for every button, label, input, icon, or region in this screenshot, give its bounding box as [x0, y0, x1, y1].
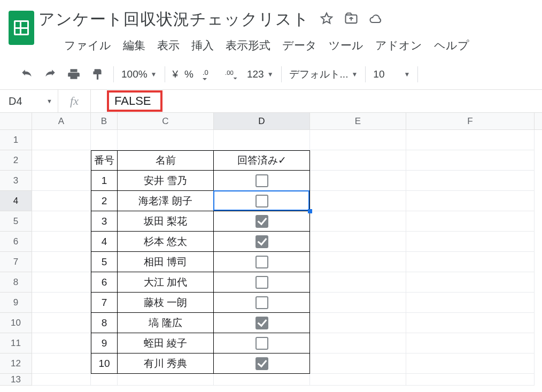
row-header-12[interactable]: 12 [0, 353, 32, 374]
cell-C11[interactable]: 蛭田 綾子 [118, 333, 214, 353]
cell-A8[interactable] [32, 272, 91, 293]
col-header-F[interactable]: F [406, 113, 535, 129]
cell-A1[interactable] [32, 130, 91, 150]
col-header-D[interactable]: D [214, 113, 310, 129]
cell-C7[interactable]: 相田 博司 [118, 252, 214, 272]
cell-A12[interactable] [32, 353, 91, 374]
cell-C10[interactable]: 塙 隆広 [118, 313, 214, 333]
col-header-E[interactable]: E [310, 113, 406, 129]
increase-decimals-button[interactable]: .00 [223, 66, 241, 83]
cell-A13[interactable] [32, 374, 91, 386]
cell-C8[interactable]: 大江 加代 [118, 272, 214, 293]
cell-A10[interactable] [32, 313, 91, 333]
print-button[interactable] [65, 66, 82, 83]
fill-handle[interactable] [308, 209, 312, 213]
cell-E1[interactable] [310, 130, 406, 150]
cell-B11[interactable]: 9 [91, 333, 118, 353]
cell-F7[interactable] [406, 252, 535, 272]
cell-B2[interactable]: 番号 [91, 150, 118, 171]
decrease-decimals-button[interactable]: .0 [200, 66, 217, 83]
move-icon[interactable] [344, 11, 359, 28]
checkbox[interactable] [255, 256, 268, 268]
cell-C13[interactable] [118, 374, 214, 386]
cell-B1[interactable] [91, 130, 118, 150]
cell-E10[interactable] [310, 313, 406, 333]
cell-D8[interactable] [214, 272, 310, 293]
cell-C3[interactable]: 安井 雪乃 [118, 171, 214, 191]
cell-A7[interactable] [32, 252, 91, 272]
cell-E13[interactable] [310, 374, 406, 386]
cell-F8[interactable] [406, 272, 535, 293]
cell-F5[interactable] [406, 211, 535, 232]
cell-B6[interactable]: 4 [91, 232, 118, 252]
cell-E2[interactable] [310, 150, 406, 171]
col-header-B[interactable]: B [91, 113, 118, 129]
percent-button[interactable]: % [184, 68, 193, 80]
cell-D7[interactable] [214, 252, 310, 272]
row-header-7[interactable]: 7 [0, 252, 32, 272]
cell-D5[interactable] [214, 211, 310, 232]
row-header-5[interactable]: 5 [0, 211, 32, 232]
menu-format[interactable]: 表示形式 [226, 38, 270, 53]
cell-B10[interactable]: 8 [91, 313, 118, 333]
cell-C5[interactable]: 坂田 梨花 [118, 211, 214, 232]
menu-tools[interactable]: ツール [329, 38, 363, 53]
cell-C12[interactable]: 有川 秀典 [118, 353, 214, 374]
cell-C9[interactable]: 藤枝 一朗 [118, 293, 214, 313]
cloud-icon[interactable] [368, 11, 383, 28]
doc-title[interactable]: アンケート回収状況チェックリスト [38, 9, 309, 30]
checkbox[interactable] [255, 215, 268, 228]
cell-D6[interactable] [214, 232, 310, 252]
row-header-10[interactable]: 10 [0, 313, 32, 333]
row-header-4[interactable]: 4 [0, 191, 32, 211]
font-dropdown[interactable]: デフォルト...▼ [289, 67, 358, 81]
cell-A5[interactable] [32, 211, 91, 232]
cell-B4[interactable]: 2 [91, 191, 118, 211]
cell-D1[interactable] [214, 130, 310, 150]
cell-B9[interactable]: 7 [91, 293, 118, 313]
name-box[interactable]: D4▼ [0, 90, 58, 112]
cell-D3[interactable] [214, 171, 310, 191]
cell-F11[interactable] [406, 333, 535, 353]
row-header-8[interactable]: 8 [0, 272, 32, 293]
cell-D10[interactable] [214, 313, 310, 333]
checkbox[interactable] [255, 337, 268, 350]
cell-F6[interactable] [406, 232, 535, 252]
cell-F10[interactable] [406, 313, 535, 333]
undo-button[interactable] [18, 66, 35, 83]
cell-B13[interactable] [91, 374, 118, 386]
row-header-2[interactable]: 2 [0, 150, 32, 171]
cell-B8[interactable]: 6 [91, 272, 118, 293]
cell-E7[interactable] [310, 252, 406, 272]
checkbox[interactable] [255, 276, 268, 289]
cell-A3[interactable] [32, 171, 91, 191]
row-header-1[interactable]: 1 [0, 130, 32, 150]
paint-format-button[interactable] [89, 66, 106, 83]
checkbox[interactable] [255, 357, 268, 370]
fontsize-dropdown[interactable]: 10 ▼ [373, 68, 410, 80]
checkbox[interactable] [255, 235, 268, 248]
redo-button[interactable] [42, 66, 59, 83]
col-header-C[interactable]: C [118, 113, 214, 129]
checkbox[interactable] [255, 195, 268, 207]
cell-C4[interactable]: 海老澤 朗子 [118, 191, 214, 211]
cell-D11[interactable] [214, 333, 310, 353]
cell-B7[interactable]: 5 [91, 252, 118, 272]
cell-E3[interactable] [310, 171, 406, 191]
cell-A4[interactable] [32, 191, 91, 211]
menu-help[interactable]: ヘルプ [434, 38, 469, 53]
menu-edit[interactable]: 編集 [123, 38, 145, 53]
cell-F2[interactable] [406, 150, 535, 171]
cell-D13[interactable] [214, 374, 310, 386]
checkbox[interactable] [255, 296, 268, 309]
cell-F9[interactable] [406, 293, 535, 313]
cell-C6[interactable]: 杉本 悠太 [118, 232, 214, 252]
row-header-9[interactable]: 9 [0, 293, 32, 313]
row-header-3[interactable]: 3 [0, 171, 32, 191]
menu-addons[interactable]: アドオン [375, 38, 422, 53]
select-all-corner[interactable] [0, 113, 32, 129]
menu-insert[interactable]: 挿入 [191, 38, 214, 53]
cell-E6[interactable] [310, 232, 406, 252]
checkbox[interactable] [255, 317, 268, 329]
checkbox[interactable] [255, 174, 268, 187]
